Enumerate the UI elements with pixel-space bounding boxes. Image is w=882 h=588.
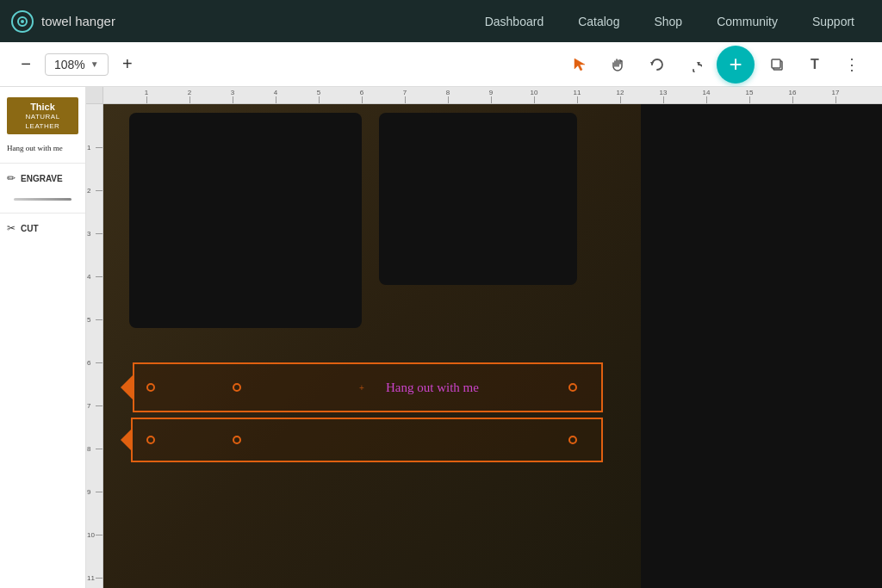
more-icon: ⋮	[844, 55, 861, 74]
hand-tool-button[interactable]	[603, 49, 634, 80]
text-icon: T	[811, 57, 819, 72]
engrave-panel-item[interactable]: ✏ ENGRAVE	[0, 167, 85, 189]
ruler-h-label: 16	[789, 89, 797, 96]
toolbar: − 108% ▼ + +	[0, 42, 882, 87]
hole-1-2	[233, 383, 241, 392]
engrave-icon: ✏	[7, 172, 16, 184]
ruler-v-label: 2	[87, 187, 90, 195]
more-options-button[interactable]: ⋮	[837, 49, 868, 80]
ruler-v-label: 10	[87, 531, 95, 539]
pocket-right	[379, 113, 577, 285]
zoom-minus-button[interactable]: −	[14, 53, 38, 77]
left-panel: Thick NATURALLEATHER Hang out with me ✏ …	[0, 87, 86, 588]
ruler-h-label: 11	[574, 89, 581, 96]
line-preview	[14, 198, 71, 201]
svg-marker-3	[575, 59, 585, 71]
undo-button[interactable]	[641, 49, 672, 80]
ruler-v-label: 6	[87, 359, 90, 367]
hole-2-1	[146, 436, 155, 444]
hanger-arrow-left-1	[121, 374, 134, 400]
ruler-h-label: 9	[489, 89, 493, 96]
nav-links: Dashboard Catalog Shop Community Support	[468, 0, 872, 42]
ruler-h-label: 12	[617, 89, 624, 96]
logo-area[interactable]: towel hanger	[10, 9, 115, 34]
hand-icon	[611, 57, 626, 72]
hanger-rect-2	[131, 418, 603, 462]
add-icon: +	[729, 53, 742, 75]
ruler-h-label: 6	[360, 89, 363, 96]
line-preview-container	[0, 189, 85, 209]
ruler-h-label: 1	[145, 89, 148, 96]
hole-2-3	[568, 436, 577, 444]
ruler-v-label: 5	[87, 316, 90, 324]
ruler-h-label: 14	[703, 89, 711, 96]
ruler-h-label: 17	[832, 89, 840, 96]
top-navigation: towel hanger Dashboard Catalog Shop Comm…	[0, 0, 882, 42]
zoom-plus-button[interactable]: +	[115, 53, 140, 77]
copy-icon	[769, 57, 785, 72]
zoom-value: 108%	[54, 58, 85, 71]
ruler-v-label: 3	[87, 230, 90, 238]
ruler-h-label: 8	[446, 89, 450, 96]
engrave-label: ENGRAVE	[21, 174, 63, 183]
ruler-corner	[86, 87, 103, 104]
svg-point-2	[21, 20, 24, 23]
material-name: NATURALLEATHER	[12, 113, 73, 131]
material-thick: Thick	[12, 101, 73, 113]
ruler-h-label: 3	[231, 89, 234, 96]
text-button[interactable]: T	[799, 49, 830, 80]
hole-2-2	[233, 436, 241, 444]
cursor-icon	[573, 57, 588, 72]
ruler-v-label: 8	[87, 445, 90, 453]
zoom-display[interactable]: 108% ▼	[45, 53, 109, 76]
zoom-chevron-icon: ▼	[90, 59, 99, 69]
canvas-wrapper: 1234567891011121314151617 1234567891011	[86, 87, 882, 588]
ruler-h-label: 4	[274, 89, 277, 96]
ruler-h-label: 5	[317, 89, 320, 96]
undo-icon	[649, 57, 664, 72]
nav-dashboard[interactable]: Dashboard	[468, 0, 562, 42]
material-badge[interactable]: Thick NATURALLEATHER	[7, 97, 78, 134]
select-tool-button[interactable]	[565, 49, 596, 80]
panel-divider-1	[0, 163, 85, 164]
nav-catalog[interactable]: Catalog	[561, 0, 637, 42]
nav-shop[interactable]: Shop	[637, 0, 699, 42]
cut-panel-item[interactable]: ✂ CUT	[0, 217, 85, 239]
nav-support[interactable]: Support	[795, 0, 872, 42]
hanger-shape-1-container: + Hang out with me	[121, 362, 603, 412]
nav-community[interactable]: Community	[699, 0, 795, 42]
dark-right-bg	[641, 104, 882, 588]
ruler-h-label: 2	[188, 89, 191, 96]
app-logo-icon	[10, 9, 34, 34]
ruler-v-label: 4	[87, 273, 90, 281]
ruler-h-label: 10	[531, 89, 538, 96]
add-button[interactable]: +	[717, 46, 755, 84]
redo-icon	[686, 57, 702, 72]
ruler-h-label: 15	[746, 89, 754, 96]
canvas-area[interactable]: + Hang out with me	[103, 104, 882, 588]
panel-divider-2	[0, 213, 85, 214]
ruler-v-label: 1	[87, 144, 90, 152]
hanger-shape-2-container	[121, 418, 603, 462]
app-title: towel hanger	[41, 14, 115, 28]
ruler-left: 1234567891011	[86, 104, 103, 588]
center-mark-1: +	[359, 383, 364, 393]
svg-rect-7	[772, 59, 780, 68]
pocket-left	[129, 113, 362, 328]
main-area: Thick NATURALLEATHER Hang out with me ✏ …	[0, 87, 882, 588]
ruler-h-label: 13	[660, 89, 668, 96]
engraved-text: Hang out with me	[386, 381, 479, 395]
panel-text-preview: Hang out with me	[0, 141, 85, 159]
ruler-v-label: 11	[87, 574, 95, 582]
ruler-h-label: 7	[403, 89, 407, 96]
hanger-rect-1	[133, 362, 603, 412]
hole-1-3	[568, 383, 577, 392]
svg-marker-4	[650, 62, 654, 65]
ruler-v-label: 9	[87, 488, 90, 496]
cut-label: CUT	[21, 224, 39, 233]
redo-button[interactable]	[679, 49, 710, 80]
copy-button[interactable]	[761, 49, 792, 80]
hole-1-1	[146, 383, 155, 392]
ruler-top: 1234567891011121314151617	[103, 87, 882, 104]
ruler-v-label: 7	[87, 402, 90, 410]
